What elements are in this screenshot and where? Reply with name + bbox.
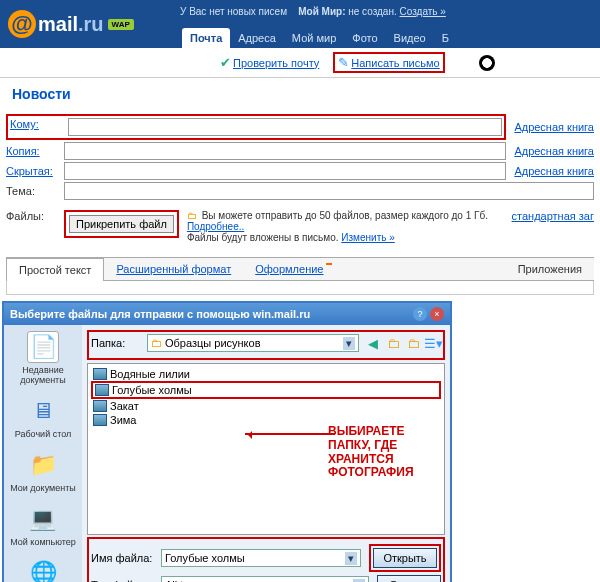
image-icon [93,414,107,426]
new-folder-icon[interactable]: 🗀 [405,335,421,351]
place-recent[interactable]: 📄Недавние документы [6,331,80,385]
folder-label: Папка: [91,337,147,349]
cc-label[interactable]: Копия: [6,145,64,157]
files-label: Файлы: [6,210,64,222]
addr-book-bcc[interactable]: Адресная книга [514,165,594,177]
image-icon [93,400,107,412]
dialog-titlebar[interactable]: Выберите файлы для отправки с помощью wi… [4,303,450,325]
create-world-link[interactable]: Создать » [400,6,446,17]
filename-input[interactable]: Голубые холмы▾ [161,549,361,567]
chevron-down-icon: ▾ [345,552,357,565]
chevron-down-icon: ▾ [343,337,355,350]
cc-input[interactable] [64,142,506,160]
back-icon[interactable]: ◀ [365,335,381,351]
bcc-input[interactable] [64,162,506,180]
tab-mail[interactable]: Почта [182,28,230,48]
format-tabs: Простой текст Расширенный формат Оформле… [6,257,594,281]
image-icon [95,384,109,396]
file-open-dialog: Выберите файлы для отправки с помощью wi… [2,301,452,582]
attach-change-link[interactable]: Изменить » [341,232,394,243]
check-icon: ✔ [220,55,231,70]
filename-label: Имя файла: [91,552,161,564]
cancel-button[interactable]: Отмена [377,575,441,582]
addr-book-to[interactable]: Адресная книга [514,121,594,133]
check-mail-link[interactable]: Проверить почту [233,57,319,69]
header-status: У Вас нет новых писем Мой Мир: не создан… [180,6,446,17]
app-header: @mail.ru WAP У Вас нет новых писем Мой М… [0,0,600,48]
chevron-down-icon: ▾ [353,579,365,583]
tab-attachments[interactable]: Приложения [506,258,594,280]
place-mycomputer[interactable]: 💻Мой компьютер [10,503,76,547]
tab-video[interactable]: Видео [386,28,434,48]
attach-note: 🗀 Вы можете отправить до 50 файлов, разм… [187,210,504,243]
file-item[interactable]: Водяные лилии [91,367,441,381]
bcc-label[interactable]: Скрытая: [6,165,64,177]
place-desktop[interactable]: 🖥Рабочий стол [15,395,72,439]
file-item[interactable]: Закат [91,399,441,413]
soccer-icon[interactable] [479,55,495,71]
wap-badge: WAP [108,19,134,30]
tab-myworld[interactable]: Мой мир [284,28,344,48]
callout-text: ВЫБИРАЕТЕ ПАПКУ, ГДЕ ХРАНИТСЯ ФОТОГРАФИЯ [328,425,438,480]
subject-label: Тема: [6,185,64,197]
folder-icon: 🗀 [151,337,162,349]
at-icon: @ [8,10,36,38]
tab-more[interactable]: Б [434,28,457,48]
tab-plain-text[interactable]: Простой текст [6,258,104,281]
close-icon[interactable]: × [430,307,444,321]
sub-toolbar: ✔ Проверить почту ✎ Написать письмо [0,48,600,78]
message-body[interactable] [6,281,594,295]
to-label[interactable]: Кому: [10,118,68,136]
filetype-select[interactable]: All types▾ [161,576,369,582]
folder-icon: 🗀 [187,210,197,221]
addr-book-cc[interactable]: Адресная книга [514,145,594,157]
folder-value: Образцы рисунков [165,337,261,349]
place-network[interactable]: 🌐Сетевое [26,557,61,582]
subject-input[interactable] [64,182,594,200]
help-icon[interactable]: ? [413,307,427,321]
callout-arrow [245,433,335,435]
tab-rich-text[interactable]: Расширенный формат [104,258,243,280]
places-sidebar: 📄Недавние документы 🖥Рабочий стол 📁Мои д… [4,325,82,582]
attach-file-button[interactable]: Прикрепить файл [69,215,174,233]
attach-more-link[interactable]: Подробнее.. [187,221,244,232]
dialog-title: Выберите файлы для отправки с помощью wi… [10,308,410,320]
view-menu-icon[interactable]: ☰▾ [425,335,441,351]
pencil-icon: ✎ [338,55,349,70]
logo[interactable]: @mail.ru [8,10,104,38]
news-heading: Новости [0,78,600,110]
folder-select[interactable]: 🗀 Образцы рисунков ▾ [147,334,359,352]
tab-photo[interactable]: Фото [344,28,385,48]
main-tabs: Почта Адреса Мой мир Фото Видео Б [182,28,457,48]
tab-addresses[interactable]: Адреса [230,28,284,48]
compose-form: Кому: Адресная книга Копия: Адресная кни… [0,110,600,299]
write-letter-link[interactable]: Написать письмо [351,57,439,69]
tab-design[interactable]: Оформление [243,258,344,280]
up-icon[interactable]: 🗀 [385,335,401,351]
standard-upload-link[interactable]: стандартная заг [512,210,594,222]
open-button[interactable]: Открыть [373,548,437,568]
to-input[interactable] [68,118,502,136]
place-mydocs[interactable]: 📁Мои документы [10,449,76,493]
image-icon [93,368,107,380]
file-item-selected[interactable]: Голубые холмы [91,381,441,399]
